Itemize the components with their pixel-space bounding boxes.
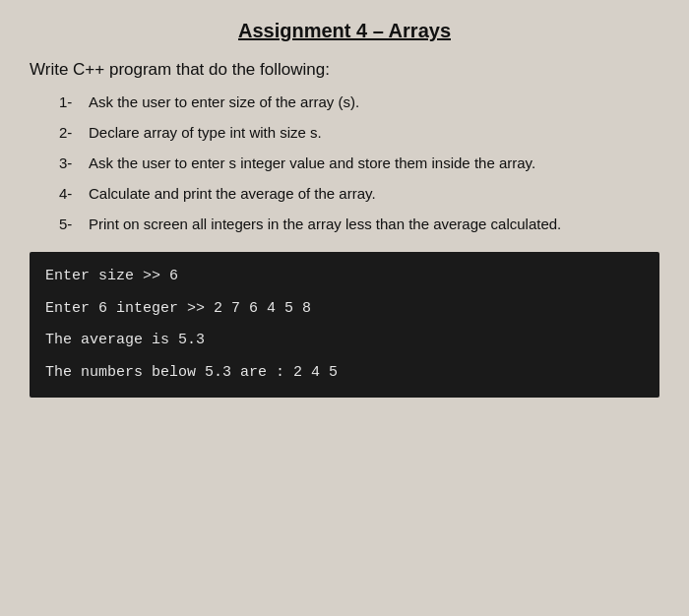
terminal-line-3: The average is 5.3 [45, 330, 644, 352]
instruction-item-2: 2- Declare array of type int with size s… [59, 124, 659, 141]
terminal-box: Enter size >> 6 Enter 6 integer >> 2 7 6… [30, 252, 659, 398]
instruction-number-1: 1- [59, 93, 89, 110]
instruction-text-5: Print on screen all integers in the arra… [89, 216, 659, 232]
intro-text: Write C++ program that do the following: [30, 60, 659, 80]
terminal-line-2: Enter 6 integer >> 2 7 6 4 5 8 [45, 298, 644, 321]
instruction-text-3: Ask the user to enter s integer value an… [89, 154, 659, 171]
instructions-list: 1- Ask the user to enter size of the arr… [59, 93, 659, 232]
instruction-item-4: 4- Calculate and print the average of th… [59, 185, 659, 202]
page-title: Assignment 4 – Arrays [30, 20, 659, 42]
instruction-text-4: Calculate and print the average of the a… [89, 185, 659, 202]
terminal-line-4: The numbers below 5.3 are : 2 4 5 [45, 362, 644, 385]
terminal-line-1: Enter size >> 6 [45, 266, 644, 288]
instruction-text-2: Declare array of type int with size s. [89, 124, 659, 141]
instruction-item-3: 3- Ask the user to enter s integer value… [59, 154, 659, 171]
instruction-item-1: 1- Ask the user to enter size of the arr… [59, 93, 659, 110]
instruction-number-5: 5- [59, 216, 89, 232]
instruction-number-3: 3- [59, 154, 89, 171]
instruction-text-1: Ask the user to enter size of the array … [89, 93, 659, 110]
instruction-number-4: 4- [59, 185, 89, 202]
instruction-number-2: 2- [59, 124, 89, 141]
instruction-item-5: 5- Print on screen all integers in the a… [59, 216, 659, 232]
